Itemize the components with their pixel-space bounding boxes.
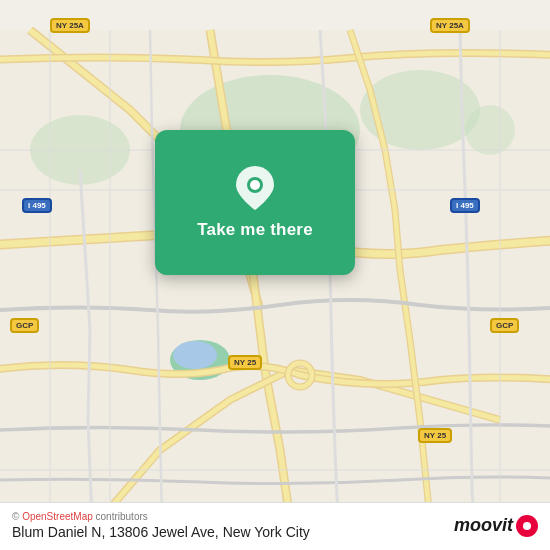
road-badge-ny25a-nw: NY 25A	[50, 18, 90, 33]
road-badge-ny25-br: NY 25	[418, 428, 452, 443]
road-badge-gcp-right: GCP	[490, 318, 519, 333]
location-pin-icon	[233, 166, 277, 210]
road-badge-gcp-left: GCP	[10, 318, 39, 333]
svg-point-5	[465, 105, 515, 155]
bottom-info: © OpenStreetMap contributors Blum Daniel…	[12, 511, 310, 540]
map-container: NY 25A NY 25A I 495 I 495 NY 25 NY 25 GC…	[0, 0, 550, 550]
take-me-there-button[interactable]: Take me there	[197, 220, 313, 240]
road-badge-ny25-bottom: NY 25	[228, 355, 262, 370]
road-badge-i495-right: I 495	[450, 198, 480, 213]
location-card: Take me there	[155, 130, 355, 275]
svg-point-6	[173, 341, 217, 369]
road-badge-i495-left: I 495	[22, 198, 52, 213]
svg-point-18	[250, 180, 260, 190]
moovit-dot-inner	[523, 522, 531, 530]
moovit-logo: moovit	[454, 515, 538, 537]
address-text: Blum Daniel N, 13806 Jewel Ave, New York…	[12, 524, 310, 540]
moovit-dot	[516, 515, 538, 537]
moovit-wordmark: moovit	[454, 515, 513, 536]
bottom-bar: © OpenStreetMap contributors Blum Daniel…	[0, 502, 550, 550]
copyright-text: © OpenStreetMap contributors	[12, 511, 310, 522]
road-badge-ny25a-ne: NY 25A	[430, 18, 470, 33]
map-roads	[0, 0, 550, 550]
